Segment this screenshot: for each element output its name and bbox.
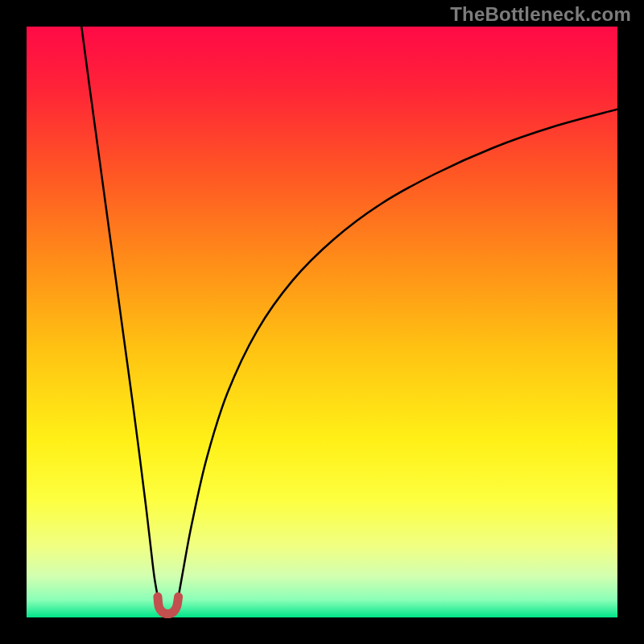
bottleneck-chart [0, 0, 644, 644]
plot-background [27, 27, 617, 617]
chart-frame: { "watermark": "TheBottleneck.com", "cha… [0, 0, 644, 644]
watermark-text: TheBottleneck.com [450, 3, 631, 26]
